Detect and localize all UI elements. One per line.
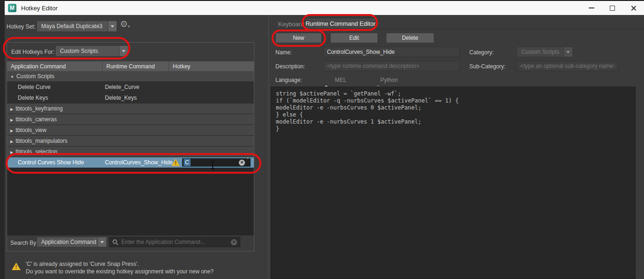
- runtime-command-cell: ControlCurves_Show_Hide: [103, 159, 169, 166]
- category-label: tbtools_cameras: [15, 116, 57, 123]
- table-row-category[interactable]: ▼Custom Scripts: [7, 71, 254, 82]
- titlebar[interactable]: M Hotkey Editor: [5, 0, 644, 15]
- hotkey-editor-window: M Hotkey Editor Hotkey Set: Maya Default…: [0, 0, 644, 279]
- chevron-down-icon: [108, 21, 117, 32]
- name-field[interactable]: [323, 47, 459, 57]
- warning-line2: Do you want to override the existing hot…: [26, 268, 214, 275]
- minimize-button[interactable]: [581, 1, 602, 15]
- category-label: tbtools_keyframing: [15, 105, 63, 112]
- gear-caret-icon: ▾: [128, 24, 130, 29]
- window-title: Hotkey Editor: [21, 5, 58, 12]
- tab-runtime-command-editor[interactable]: Runtime Command Editor: [305, 18, 376, 29]
- chevron-down-icon: [563, 47, 573, 57]
- category-label: Custom Scripts: [16, 73, 54, 80]
- close-button[interactable]: [623, 1, 644, 15]
- clear-search-icon[interactable]: ✕: [231, 239, 237, 245]
- gear-icon: ⚙: [120, 19, 128, 29]
- runtime-command-cell: Delete_Keys: [103, 95, 169, 101]
- warning-line1: 'C' is already assigned to 'Curve Snap P…: [26, 260, 214, 268]
- description-field[interactable]: [323, 61, 459, 71]
- search-box[interactable]: ✕: [109, 237, 240, 247]
- search-by-label: Search By:: [10, 240, 38, 246]
- expand-arrow-icon[interactable]: ▶: [10, 107, 13, 111]
- hotkey-capture-input[interactable]: C ✕: [182, 158, 251, 167]
- column-header-runtime-command[interactable]: Runtime Command: [103, 61, 169, 71]
- column-header-application-command[interactable]: Application Command: [7, 61, 103, 71]
- new-button[interactable]: New: [275, 33, 322, 43]
- hotkey-set-label: Hotkey Set:: [7, 23, 36, 30]
- hotkey-set-dropdown[interactable]: Maya Default Duplicate3: [37, 21, 117, 32]
- minimize-icon: [589, 7, 594, 8]
- subcategory-field[interactable]: [517, 61, 618, 71]
- language-label: Language:: [275, 77, 302, 83]
- tab-keyboard[interactable]: Keyboard: [278, 21, 304, 28]
- tabbar-divider: [271, 29, 644, 29]
- chevron-down-icon: [97, 237, 107, 247]
- expand-arrow-icon[interactable]: ▶: [10, 150, 13, 154]
- runtime-command-script-editor[interactable]: string $activePanel = `getPanel -wf`; if…: [271, 87, 636, 279]
- table-row[interactable]: Delete Keys Delete_Keys: [7, 93, 254, 103]
- app-command-cell: Delete Curve: [7, 84, 103, 90]
- collapse-arrow-icon[interactable]: ▼: [10, 75, 14, 79]
- table-row[interactable]: Delete Curve Delete_Curve: [7, 82, 254, 93]
- search-icon: [112, 239, 118, 245]
- category-label: tbtools_view: [15, 127, 46, 133]
- edit-button[interactable]: Edit: [330, 33, 378, 43]
- panel-divider[interactable]: [268, 15, 269, 279]
- app-command-cell: Control Curves Show Hide: [7, 159, 103, 166]
- mel-script-text: string $activePanel = `getPanel -wf`; if…: [271, 87, 635, 136]
- warning-icon: !: [12, 263, 21, 270]
- app-command-cell: Delete Keys: [7, 95, 103, 101]
- description-label: Description:: [275, 63, 305, 70]
- category-dropdown[interactable]: Custom Scripts: [517, 47, 573, 57]
- category-label: tbtools_selection: [15, 148, 57, 155]
- radio-python-label: Python: [380, 77, 398, 83]
- category-label: tbtools_manipulators: [15, 138, 67, 144]
- edit-hotkeys-for-dropdown[interactable]: Custom Scripts: [55, 45, 128, 57]
- maximize-button[interactable]: [602, 1, 623, 15]
- radio-mel-label: MEL: [335, 77, 347, 83]
- chevron-down-icon: [119, 45, 128, 57]
- hotkey-dropdown-icon[interactable]: [246, 159, 249, 166]
- warning-message: 'C' is already assigned to 'Curve Snap P…: [26, 260, 214, 275]
- search-filter-dropdown[interactable]: Application Command: [37, 237, 107, 247]
- table-row-category[interactable]: ▶tbtools_manipulators: [7, 136, 254, 147]
- close-icon: [630, 5, 637, 11]
- maya-logo-icon: M: [8, 4, 16, 12]
- subcategory-label: Sub-Category:: [469, 63, 505, 70]
- hotkey-set-value: Maya Default Duplicate3: [37, 21, 108, 32]
- expand-arrow-icon[interactable]: ▶: [10, 140, 13, 144]
- edit-hotkeys-for-label: Edit Hotkeys For:: [11, 49, 54, 55]
- table-row-category[interactable]: ▶tbtools_view: [7, 125, 254, 136]
- search-input[interactable]: [121, 239, 231, 245]
- delete-button[interactable]: Delete: [386, 33, 434, 43]
- name-label: Name:: [275, 49, 292, 56]
- hotkey-value-selected-text: C: [184, 159, 191, 166]
- category-value: Custom Scripts: [517, 47, 563, 57]
- hotkeys-table: Application Command Runtime Command Hotk…: [7, 61, 254, 235]
- expand-arrow-icon[interactable]: ▶: [10, 118, 13, 122]
- hotkey-conflict-warning-icon: !: [171, 159, 180, 166]
- table-row-category[interactable]: ▶tbtools_keyframing: [7, 103, 254, 114]
- table-row-category[interactable]: ▶tbtools_selection: [7, 147, 254, 157]
- maximize-icon: [610, 6, 615, 11]
- search-filter-value: Application Command: [37, 237, 97, 247]
- category-label: Category:: [469, 49, 494, 56]
- column-header-hotkey[interactable]: Hotkey: [169, 61, 254, 71]
- hotkey-set-options-button[interactable]: ⚙▾: [120, 20, 130, 29]
- edit-hotkeys-for-value: Custom Scripts: [55, 45, 119, 57]
- clear-hotkey-icon[interactable]: ✕: [239, 160, 245, 166]
- runtime-command-cell: Delete_Curve: [103, 84, 169, 90]
- table-empty-area: [7, 168, 254, 235]
- window-left-edge: [0, 0, 5, 279]
- table-header: Application Command Runtime Command Hotk…: [7, 61, 254, 71]
- table-row-category[interactable]: ▶tbtools_cameras: [7, 114, 254, 125]
- table-row-selected[interactable]: Control Curves Show Hide ControlCurves_S…: [7, 157, 254, 168]
- expand-arrow-icon[interactable]: ▶: [10, 129, 13, 133]
